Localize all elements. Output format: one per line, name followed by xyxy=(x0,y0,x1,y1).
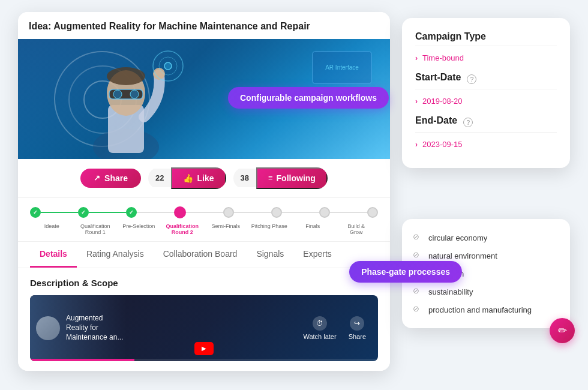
campaign-end-label: End-Date xyxy=(415,115,457,126)
watch-later-ctrl[interactable]: ⏱ Watch later xyxy=(303,316,336,340)
tab-details[interactable]: Details xyxy=(30,242,77,268)
share-video-icon: ↪ xyxy=(350,316,364,331)
stage-label-presel: Pre-Selection xyxy=(117,223,161,235)
end-date-help-icon[interactable]: ? xyxy=(463,118,473,127)
like-group: 22 👍 Like xyxy=(148,167,226,189)
like-icon: 👍 xyxy=(183,173,193,183)
stage-dot-ideate: ✓ xyxy=(30,207,41,218)
stage-line-5 xyxy=(234,212,271,213)
tabs-bar: Details Rating Analysis Collaboration Bo… xyxy=(18,241,390,268)
stage-dot-finals xyxy=(319,207,330,218)
chevron-start-icon: › xyxy=(415,97,418,106)
campaign-card: Campaign Type › Time-bound Start-Date ? … xyxy=(402,18,570,168)
like-button[interactable]: 👍 Like xyxy=(171,167,226,189)
chevron-end-icon: › xyxy=(415,140,418,149)
hero-person-svg xyxy=(66,39,186,159)
stage-label-finals: Finals xyxy=(291,223,335,235)
idea-title-bar: Idea: Augmented Reality for Machine Main… xyxy=(18,12,390,39)
video-left: Augmented Reality for Maintenance an... xyxy=(30,295,126,361)
stage-label-pitch: Pitching Phase xyxy=(248,223,292,235)
video-title: Augmented Reality for Maintenance an... xyxy=(66,314,126,342)
stage-line-6 xyxy=(282,212,319,213)
svg-point-10 xyxy=(164,62,172,70)
campaign-start-text: 2019-08-20 xyxy=(422,97,463,106)
tag-label-1: circular economy xyxy=(428,233,487,242)
stage-line-4 xyxy=(186,212,223,213)
divider-2 xyxy=(415,89,557,89)
youtube-play-button[interactable]: ▶ xyxy=(194,342,214,355)
campaign-start-field: Start-Date ? › 2019-08-20 xyxy=(415,72,557,106)
start-date-help-icon[interactable]: ? xyxy=(467,74,476,84)
campaign-type-text: Time-bound xyxy=(422,53,464,62)
video-progress-fill xyxy=(30,359,134,361)
svg-point-3 xyxy=(107,67,145,85)
tab-rating[interactable]: Rating Analysis xyxy=(77,242,154,268)
tab-signals[interactable]: Signals xyxy=(247,242,293,268)
stage-label-qual1: QualificationRound 1 xyxy=(74,223,118,235)
stage-label-build: Build &Grow xyxy=(335,223,379,235)
idea-card: Idea: Augmented Reality for Machine Main… xyxy=(18,12,390,371)
share-icon: ↗ xyxy=(94,173,100,182)
tag-icon-4: ⊘ xyxy=(413,286,424,297)
stage-dot-build xyxy=(367,207,378,218)
stage-line-2 xyxy=(89,212,126,213)
like-count: 22 xyxy=(148,169,171,187)
campaign-end-text: 2023-09-15 xyxy=(422,140,463,149)
stages-bar: ✓ ✓ ✓ Ideate QualificationRound 1 xyxy=(18,197,390,241)
tag-icon-2: ⊘ xyxy=(413,250,424,261)
stage-label-qual2: QualificationRound 2 xyxy=(161,223,205,235)
campaign-end-field: End-Date ? › 2023-09-15 xyxy=(415,115,557,149)
tag-label-5: production and manufacturing xyxy=(428,305,532,314)
stage-dot-presel: ✓ xyxy=(126,207,137,218)
following-group: 38 ≡ Following xyxy=(233,167,328,189)
tag-item-5: ⊘ production and manufacturing xyxy=(413,301,559,319)
edit-icon: ✏ xyxy=(558,324,567,337)
section-title: Description & Scope xyxy=(30,278,378,288)
stage-dot-semi xyxy=(223,207,234,218)
campaign-type-label: Campaign Type xyxy=(415,31,557,42)
svg-point-5 xyxy=(113,90,122,98)
divider-1 xyxy=(415,46,557,46)
tooltip-phase-gate: Phase-gate processes xyxy=(349,261,462,283)
tab-experts[interactable]: Experts xyxy=(293,242,341,268)
action-bar: ↗ Share 22 👍 Like 38 ≡ Following xyxy=(18,159,390,197)
stage-dot-qual1: ✓ xyxy=(78,207,89,218)
tab-collaboration[interactable]: Collaboration Board xyxy=(154,242,247,268)
video-thumbnail[interactable]: Augmented Reality for Maintenance an... … xyxy=(30,295,378,361)
tag-label-4: sustainability xyxy=(428,287,473,296)
video-progress-bar xyxy=(30,359,378,361)
following-icon: ≡ xyxy=(268,173,273,182)
stage-line-3 xyxy=(137,212,174,213)
tooltip-campaign-workflow: Configurable campaign workflows xyxy=(228,87,389,109)
tooltip-phase-gate-text: Phase-gate processes xyxy=(361,267,450,277)
stage-line-7 xyxy=(330,212,367,213)
share-button[interactable]: ↗ Share xyxy=(80,169,141,188)
stage-label-semi: Semi-Finals xyxy=(204,223,248,235)
tag-item-1: ⊘ circular economy xyxy=(413,229,559,247)
campaign-end-value: › 2023-09-15 xyxy=(415,140,557,149)
share-video-label: Share xyxy=(349,333,366,340)
tooltip-campaign-workflow-text: Configurable campaign workflows xyxy=(240,93,377,103)
tag-icon-5: ⊘ xyxy=(413,304,424,315)
chevron-type-icon: › xyxy=(415,54,418,62)
share-ctrl[interactable]: ↪ Share xyxy=(349,316,366,340)
following-count: 38 xyxy=(233,169,256,187)
watch-later-label: Watch later xyxy=(303,333,336,340)
clock-icon: ⏱ xyxy=(313,316,327,331)
following-button[interactable]: ≡ Following xyxy=(256,167,328,189)
stages-track: ✓ ✓ ✓ xyxy=(30,206,378,218)
stage-label-ideate: Ideate xyxy=(30,223,74,235)
campaign-type-value: › Time-bound xyxy=(415,53,557,62)
edit-fab-button[interactable]: ✏ xyxy=(550,318,575,343)
stages-labels: Ideate QualificationRound 1 Pre-Selectio… xyxy=(30,223,378,235)
tag-icon-1: ⊘ xyxy=(413,232,424,243)
like-label: Like xyxy=(197,173,214,183)
tag-label-2: natural environment xyxy=(428,251,497,260)
video-avatar xyxy=(36,316,60,340)
content-area: Description & Scope Augmented Reality fo… xyxy=(18,268,390,371)
campaign-type-field: Campaign Type › Time-bound xyxy=(415,31,557,62)
stage-dot-pitch xyxy=(271,207,282,218)
stage-dot-qual2 xyxy=(174,206,186,218)
campaign-start-value: › 2019-08-20 xyxy=(415,97,557,106)
idea-title: Idea: Augmented Reality for Machine Main… xyxy=(29,21,310,31)
